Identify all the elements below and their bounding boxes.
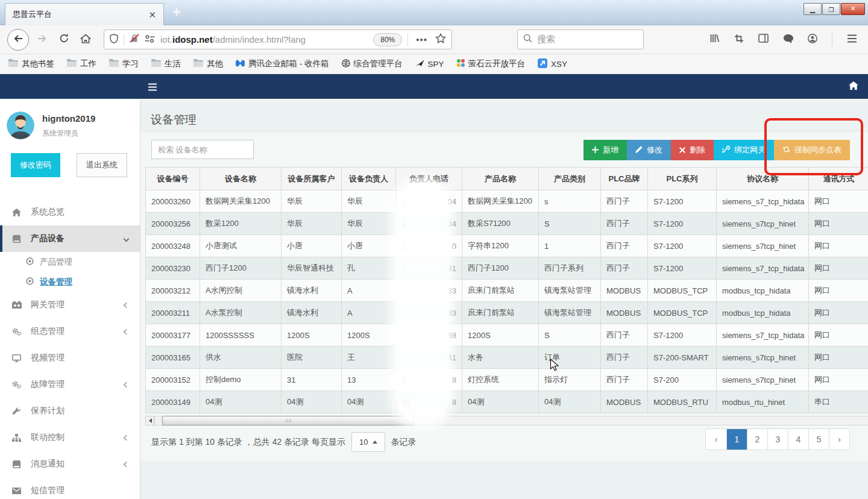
app-home-icon[interactable] [849,81,858,92]
table-row[interactable]: 200003248小唐测试小唐小唐10字符串12001西门子S7-1200sie… [146,235,868,257]
bookmark-item[interactable]: 其他书签 [8,58,54,69]
column-header[interactable]: PLC系列 [648,168,717,190]
table-cell: siemens_s7tcp_hinet [717,347,809,369]
back-button[interactable] [7,29,29,51]
bookmark-item[interactable]: 综合管理平台 [342,58,403,69]
column-header[interactable]: 产品名称 [462,168,539,190]
column-header[interactable]: 设备所属客户 [281,168,342,190]
sidebar-item[interactable]: 故障管理 [0,371,140,398]
red-highlight-annotation [764,118,863,175]
menu-icon[interactable] [847,34,857,45]
table-cell: 200003165 [146,347,200,369]
pagination-page[interactable]: 3 [767,429,788,450]
sidebar-item[interactable]: 短信管理 [0,477,140,499]
column-header[interactable]: 设备编号 [146,168,200,190]
home-button[interactable] [77,31,94,48]
table-row[interactable]: 200003165供水医院王41水务订单西门子S7-200-SMARTsieme… [146,347,868,369]
sidebar-item[interactable]: 系统总览 [0,199,140,225]
pagination-prev[interactable]: ‹ [706,429,726,450]
permissions-icon[interactable] [145,34,155,45]
scrollbar-track[interactable] [154,416,868,425]
url-text[interactable]: iot.idosp.net/admin/index.html?lang [160,34,368,45]
bookmark-item[interactable]: 萤石云开放平台 [457,58,526,69]
forward-button[interactable] [34,31,51,48]
new-tab-button[interactable]: + [172,4,181,20]
pocket-icon[interactable] [783,34,793,46]
pagination-page[interactable]: 5 [808,429,829,450]
insecure-lock-icon[interactable] [130,34,139,45]
pagination-page[interactable]: 1 [726,429,747,450]
sidebar-item[interactable]: 保养计划 [0,398,140,424]
zoom-level-badge[interactable]: 80% [373,33,402,46]
table-cell: S [539,324,601,347]
sidebar-item[interactable]: 视频管理 [0,345,140,371]
sidebar-subitem[interactable]: 设备管理 [0,272,140,292]
change-password-button[interactable]: 修改密码 [11,153,60,177]
bookmark-item[interactable]: 工作 [67,58,96,69]
sidebar-item[interactable]: 产品设备 [0,225,140,252]
tab-close-icon[interactable]: ✕ [148,10,156,19]
library-icon[interactable] [709,33,720,46]
table-row[interactable]: 200003152控制demo311318灯控系统指示灯西门子S7-200sie… [146,369,868,391]
bookmark-label: XSY [551,60,567,69]
bookmark-item[interactable]: SPY [415,60,444,69]
logout-button[interactable]: 退出系统 [77,153,127,177]
sidebar-item[interactable]: 组态管理 [0,318,140,345]
sidebar-item[interactable]: 联动控制 [0,424,140,451]
reload-button[interactable] [55,31,72,48]
table-row[interactable]: 200003212A水闸控制镇海水利A33庶来门前泵站镇海泵站管理MODBUSM… [146,280,868,302]
browser-search-box[interactable]: 搜索 [517,30,644,49]
bookmark-item[interactable]: 生活 [151,58,181,69]
table-row[interactable]: 2000031771200SSSSSS1200S1200S881200SS西门子… [146,324,868,347]
account-icon[interactable] [808,34,817,46]
table-row[interactable]: 200003230西门子1200华辰智通科技孔131西门子1200西门子系列西门… [146,257,868,280]
column-header[interactable]: 产品类别 [539,168,601,190]
table-row[interactable]: 20000314904测04测04测15804测04测MODBUSMODBUS_… [146,391,868,413]
table-cell: S7-1200 [648,257,717,280]
url-bar[interactable]: iot.idosp.net/admin/index.html?lang 80% … [104,30,452,49]
table-cell: MODBUS [601,302,648,324]
column-header[interactable]: 设备负责人 [342,168,396,190]
bookmark-star-icon[interactable] [435,33,446,46]
plus-action-button[interactable]: 新增 [583,140,627,160]
device-search-input[interactable] [151,140,254,159]
sidebar-subitem[interactable]: 产品管理 [0,252,140,272]
minimize-button[interactable]: ▁ [804,3,822,15]
sidebar-item[interactable]: 消息通知 [0,451,140,477]
sidebar: hignton2019 系统管理员 修改密码 退出系统 系统总览产品设备产品管理… [0,100,140,499]
pagination-page[interactable]: 4 [788,429,808,450]
bookmark-item[interactable]: 学习 [109,58,139,69]
table-row[interactable]: 200003211A水泵控制镇海水利A33庶来门前泵站镇海泵站管理MODBUSM… [146,302,868,324]
product-icon [11,235,22,243]
column-header[interactable]: PLC品牌 [601,168,648,190]
page-actions-icon[interactable]: ••• [416,34,427,45]
sidebar-item[interactable]: 网关管理 [0,292,140,318]
horizontal-scrollbar[interactable] [145,415,868,425]
restore-button[interactable]: ❐ [822,3,840,15]
sidebar-collapse-icon[interactable] [148,83,157,93]
pencil-action-button[interactable]: 修改 [627,140,671,160]
cross-action-button[interactable]: 删除 [671,140,714,160]
bookmark-item[interactable]: XSY [538,58,567,70]
page-size-dropdown[interactable]: 10 [351,432,385,452]
column-header[interactable]: 设备名称 [200,168,281,190]
table-cell: S7-200 [648,369,717,391]
table-row[interactable]: 200003256数采1200华辰华辰104数采S71200S西门子S7-120… [146,213,868,235]
table-cell: 小唐 [281,235,342,257]
bookmark-item[interactable]: 腾讯企业邮箱 - 收件箱 [236,58,329,69]
pagination-page[interactable]: 2 [747,429,767,450]
table-cell: 200003177 [146,324,200,347]
table-cell: 华辰 [342,213,396,235]
table-row[interactable]: 200003260数据网关采集1200华辰华辰104数据网关采集1200s西门子… [146,190,868,213]
shield-icon[interactable] [110,34,118,46]
sidebar-toggle-icon[interactable] [758,34,769,45]
scrollbar-thumb[interactable] [162,416,414,425]
close-button[interactable]: ✕ [841,3,865,15]
table-cell: 西门子 [601,369,648,391]
scroll-left-arrow[interactable] [145,416,154,425]
pagination-next[interactable]: › [829,429,849,450]
clip-icon[interactable] [734,34,744,46]
table-cell: 西门子 [601,257,648,280]
browser-tab[interactable]: 思普云平台 ✕ [5,3,164,25]
bookmark-item[interactable]: 其他 [193,58,223,69]
